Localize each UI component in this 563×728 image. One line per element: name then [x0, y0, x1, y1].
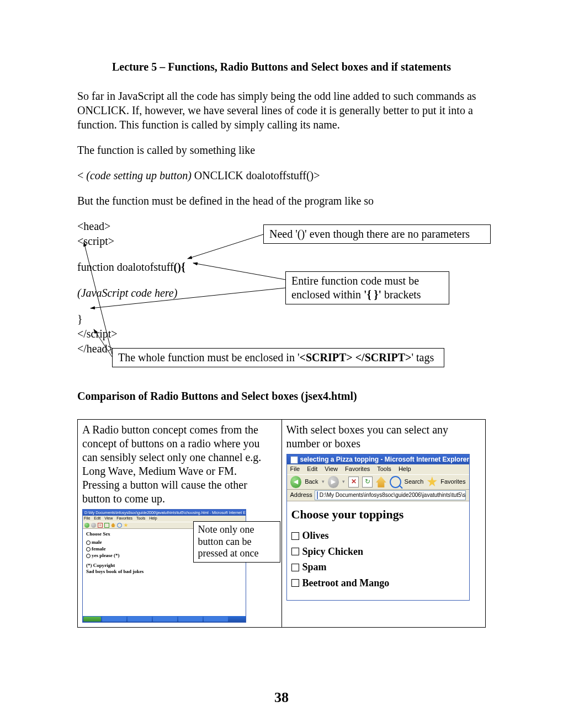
menu-file[interactable]: File [84, 516, 90, 520]
code-line: <head> [77, 219, 185, 234]
taskbar-item[interactable] [102, 617, 126, 622]
checkbox-icon[interactable] [291, 564, 299, 571]
checkbox-icon[interactable] [291, 548, 299, 555]
code-line: </script> [77, 326, 185, 341]
back-icon[interactable]: ◄ [290, 476, 302, 488]
page-title: Lecture 5 – Functions, Radio Buttons and… [77, 61, 486, 73]
menu-tools[interactable]: Tools [377, 465, 391, 472]
refresh-icon[interactable]: ↻ [362, 477, 373, 488]
forward-icon[interactable] [91, 523, 96, 528]
taskbar-item[interactable] [204, 617, 228, 622]
address-label: Address [290, 491, 312, 499]
address-input[interactable]: D:\My Documents\infosys8soc\guide2006\ja… [315, 490, 466, 500]
svg-line-0 [188, 234, 263, 259]
windows-taskbar[interactable] [83, 616, 246, 622]
start-button[interactable] [83, 617, 101, 622]
menu-favorites[interactable]: Favorites [345, 465, 370, 472]
code-sample: <head> <script> function doalotofstuff()… [77, 219, 185, 356]
ie-content-area: Choose your toppings Olives Spicy Chicke… [287, 501, 469, 601]
radio-option-female[interactable]: female [92, 546, 105, 552]
taskbar-item[interactable] [178, 617, 203, 622]
radio-icon[interactable] [86, 540, 91, 545]
ie-toolbar: ◄ Back ▾ ► ▾ ✕ ↻ Search Favorites [287, 474, 469, 490]
code-line: } [77, 312, 185, 326]
menu-file[interactable]: File [290, 465, 300, 472]
radio-option-male[interactable]: male [92, 539, 102, 545]
copyright-line2: Sad boys book of bad jokes [86, 569, 242, 575]
menu-tools[interactable]: Tools [136, 516, 145, 520]
code-line-italic: (JavaScript code here) [77, 286, 185, 301]
ie-window-select: selecting a Pizza topping - Microsoft In… [286, 454, 470, 601]
stop-icon[interactable]: ✕ [348, 477, 359, 488]
para-define-in-head: But the function must be defined in the … [77, 194, 486, 208]
checkbox-option-spam[interactable]: Spam [302, 561, 327, 574]
comparison-table: A Radio button concept comes from the co… [77, 419, 486, 628]
code-line: <script> [77, 234, 185, 249]
radio-description: A Radio button concept comes from the co… [82, 423, 277, 506]
forward-icon[interactable]: ► [328, 476, 339, 488]
copyright-line: (*) Copyright [86, 563, 242, 569]
checkbox-icon[interactable] [291, 532, 299, 540]
refresh-icon[interactable] [104, 523, 109, 528]
ie-menubar[interactable]: File Edit View Favorites Tools Help [287, 464, 469, 474]
para-onclick-example: < (code setting up button) ONCLICK doalo… [77, 168, 486, 183]
callout-script-tags: The whole function must be enclosed in '… [112, 348, 444, 367]
favorites-icon[interactable] [124, 523, 128, 527]
stop-icon[interactable]: × [98, 523, 103, 528]
radio-icon[interactable] [86, 554, 91, 558]
page-icon [290, 456, 298, 464]
favorites-icon[interactable] [427, 477, 437, 488]
para-called-by: The function is called by something like [77, 143, 486, 157]
callout-need-parens: Need '()' even though there are no param… [263, 224, 491, 244]
callout-braces: Entire function code must be enclosed wi… [285, 271, 449, 304]
ie-titlebar: selecting a Pizza topping - Microsoft In… [287, 454, 469, 464]
checkbox-option-spicy-chicken[interactable]: Spicy Chicken [302, 545, 364, 558]
page-number: 38 [0, 689, 563, 706]
back-label[interactable]: Back [305, 478, 318, 486]
ie-address-bar[interactable]: Address D:\My Documents\infosys8soc\guid… [287, 490, 469, 501]
radio-icon[interactable] [86, 547, 91, 552]
favorites-label[interactable]: Favorites [440, 478, 465, 486]
ie-titlebar: D:\My Documents\infosys8soc\guide2006\ja… [83, 510, 246, 516]
menu-help[interactable]: Help [149, 516, 157, 520]
taskbar-item[interactable] [128, 617, 152, 622]
intro-paragraph: So far in JavaScript all the code has si… [77, 89, 486, 132]
checkbox-option-olives[interactable]: Olives [302, 529, 329, 542]
toppings-heading: Choose your toppings [291, 507, 465, 522]
search-label[interactable]: Search [405, 478, 424, 486]
search-icon[interactable] [117, 523, 122, 528]
taskbar-item[interactable] [153, 617, 177, 622]
menu-view[interactable]: View [104, 516, 113, 520]
menu-edit[interactable]: Edit [307, 465, 317, 472]
search-icon[interactable] [390, 476, 401, 488]
text: ONCLICK doalotoffstuff()> [192, 169, 320, 181]
italic-text: (code setting up button) [86, 169, 192, 181]
note-one-button: Note only one button can be pressed at o… [193, 521, 280, 563]
menu-help[interactable]: Help [399, 465, 411, 472]
menu-view[interactable]: View [325, 465, 338, 472]
radio-option-yesplease[interactable]: yes please (*) [92, 553, 120, 558]
section-comparison-heading: Comparison of Radio Buttons and Select b… [77, 390, 486, 403]
text: < [77, 169, 86, 181]
menu-edit[interactable]: Edit [94, 516, 100, 520]
menu-favorites[interactable]: Favorites [116, 516, 132, 520]
home-icon[interactable] [111, 523, 115, 527]
home-icon[interactable] [376, 477, 386, 488]
checkbox-icon[interactable] [291, 579, 299, 587]
code-line: function doalotofstuff(){ [77, 260, 185, 275]
page-icon [317, 491, 318, 499]
select-description: With select boxes you can select any num… [286, 423, 481, 451]
checkbox-option-beetroot-mango[interactable]: Beetroot and Mango [302, 577, 390, 590]
back-icon[interactable] [84, 523, 89, 528]
svg-line-1 [193, 263, 285, 280]
